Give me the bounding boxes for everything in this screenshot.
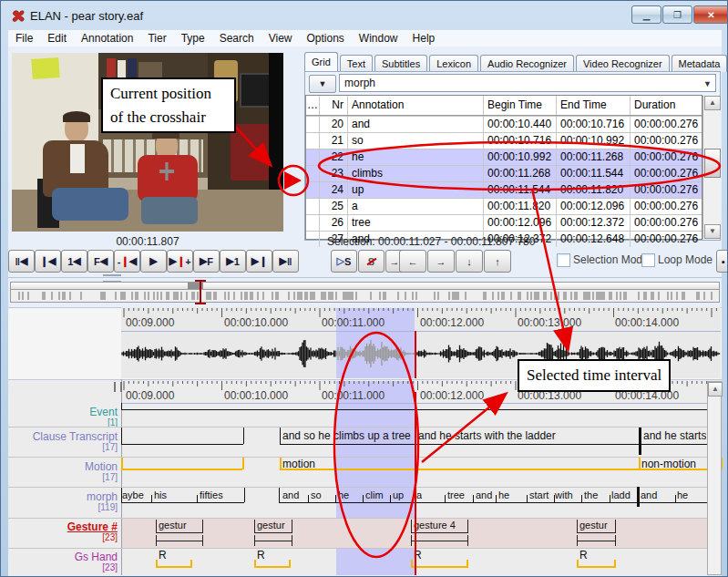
grid-header-2[interactable]: Annotation (347, 96, 483, 115)
tab-audio-recognizer[interactable]: Audio Recognizer (480, 55, 574, 72)
annotation-down-button[interactable]: ↓ (456, 250, 483, 273)
morph-annotation[interactable]: with (555, 489, 573, 500)
grid-cell: 00:00:00.276 (630, 149, 702, 165)
play-selection-button[interactable]: ▷S (331, 250, 357, 273)
morph-annotation[interactable]: he (677, 489, 688, 500)
menu-search[interactable]: Search (212, 31, 261, 46)
morph-annotation[interactable]: so (311, 489, 322, 500)
tier-label-morph[interactable]: morph (8, 490, 118, 503)
menu-options[interactable]: Options (300, 31, 352, 46)
scroll-up-icon[interactable]: ▲ (704, 96, 721, 110)
play-pause-button[interactable]: ▶ (140, 250, 167, 273)
morph-annotation[interactable]: start (529, 489, 549, 500)
tab-grid[interactable]: Grid (304, 52, 338, 72)
morph-annotation[interactable]: he (498, 489, 509, 500)
tier-label-gesture-[interactable]: Gesture # (8, 520, 118, 533)
annotation-tick (445, 495, 446, 502)
second-right-button[interactable]: ▶1 (220, 250, 246, 273)
pixel-left-button[interactable]: -❙◀ (114, 250, 140, 273)
second-left-button[interactable]: 1◀ (61, 250, 87, 273)
grid-header-4[interactable]: End Time (556, 96, 630, 115)
volume-button[interactable]: ▪ (716, 250, 728, 273)
frame-forward-button[interactable]: ▶F (193, 250, 220, 273)
scroll-down-icon[interactable]: ▼ (704, 224, 721, 239)
menu-file[interactable]: File (8, 31, 40, 46)
tier-label-clause-transcript[interactable]: Clause Transcript (8, 430, 118, 443)
motion-annotation[interactable]: non-motion (641, 458, 696, 470)
grid-header-5[interactable]: Duration (630, 96, 702, 115)
clear-selection-button[interactable]: S (358, 250, 385, 273)
frame-backward-button[interactable]: F◀ (87, 250, 114, 273)
morph-annotation[interactable]: up (393, 489, 404, 500)
menu-annotation[interactable]: Annotation (74, 31, 140, 46)
table-row[interactable]: 23climbs00:00:11.26800:00:11.54400:00:00… (306, 165, 702, 181)
morph-annotation[interactable]: tree (447, 489, 465, 500)
morph-annotation[interactable]: he (338, 489, 349, 500)
table-row[interactable]: 24up00:00:11.54400:00:11.82000:00:00.276 (306, 181, 702, 198)
go-to-previous-scrollview-button[interactable]: ❙◀ (35, 250, 61, 273)
grid-scrollbar-thumb[interactable] (704, 149, 721, 178)
maximize-button[interactable]: ❐ (662, 5, 692, 24)
morph-annotation[interactable]: aybe (122, 489, 144, 500)
morph-annotation[interactable]: his (154, 489, 167, 500)
tab-subtitles[interactable]: Subtitles (374, 55, 427, 72)
table-row[interactable]: 21so00:00:10.71600:00:10.99200:00:00.276 (306, 132, 702, 149)
go-to-next-scrollview-button[interactable]: ▶❙ (246, 250, 272, 273)
morph-annotation[interactable]: and (476, 489, 492, 500)
motion-annotation[interactable]: motion (282, 458, 315, 470)
go-to-end-button[interactable]: ▶‖ (272, 250, 299, 273)
gesture-bracket (254, 535, 292, 546)
grid-header-0[interactable]: … (306, 96, 319, 115)
tier-label-event[interactable]: Event (8, 406, 118, 418)
loop-mode-checkbox[interactable] (641, 253, 655, 267)
selection-mode-checkbox[interactable] (557, 253, 570, 267)
menu-type[interactable]: Type (174, 31, 212, 46)
tier-dropdown[interactable]: morph (339, 74, 716, 92)
gesture-annotation[interactable]: gestur (577, 520, 616, 533)
grid-header-3[interactable]: Begin Time (483, 96, 556, 115)
morph-annotation[interactable]: and (641, 489, 657, 500)
menu-window[interactable]: Window (352, 31, 405, 46)
title-bar[interactable]: ELAN - pear story.eaf ▁ ❐ ✕ (1, 1, 728, 30)
tab-lexicon[interactable]: Lexicon (429, 55, 478, 72)
clause-annotation[interactable]: and so he climbs up a tree (282, 429, 411, 442)
previous-annotation-button[interactable]: ← (399, 250, 426, 273)
menu-edit[interactable]: Edit (40, 31, 74, 46)
timeline-scrollbar[interactable]: ▲ (707, 381, 722, 575)
table-row[interactable]: 25a00:00:11.82000:00:12.09600:00:00.276 (306, 198, 702, 214)
tab-metadata[interactable]: Metadata (672, 55, 728, 72)
scroll-up-icon[interactable]: ▲ (708, 382, 723, 397)
tier-label-motion[interactable]: Motion (8, 460, 118, 473)
menu-view[interactable]: View (261, 31, 300, 46)
tab-video-recognizer[interactable]: Video Recognizer (576, 55, 670, 72)
tab-text[interactable]: Text (340, 55, 373, 72)
grid-scrollbar[interactable]: ▲ ▼ (702, 96, 721, 239)
menu-tier[interactable]: Tier (140, 31, 173, 46)
grid-header-1[interactable]: Nr (319, 96, 347, 115)
table-row[interactable]: 20and00:00:10.44000:00:10.71600:00:00.27… (306, 116, 702, 132)
tier-label-gs-hand[interactable]: Gs Hand (8, 551, 118, 563)
tier-resize-handle[interactable] (114, 382, 122, 392)
gesture-annotation[interactable]: gesture 4 (411, 520, 468, 533)
media-overview-bar[interactable] (10, 282, 720, 290)
table-row[interactable]: 22he00:00:10.99200:00:11.26800:00:00.276 (306, 149, 702, 165)
menu-help[interactable]: Help (405, 31, 443, 46)
close-button[interactable]: ✕ (693, 5, 728, 24)
gesture-annotation[interactable]: gestur (156, 520, 203, 533)
morph-annotation[interactable]: clim (365, 489, 384, 500)
clause-annotation[interactable]: and he starts (643, 429, 706, 442)
morph-annotation[interactable]: a (416, 489, 422, 500)
morph-annotation[interactable]: ladd (611, 489, 631, 500)
next-annotation-button[interactable]: → (427, 250, 455, 273)
table-row[interactable]: 26tree00:00:12.09600:00:12.37200:00:00.2… (306, 214, 702, 231)
gesture-annotation[interactable]: gestur (254, 520, 292, 533)
minimize-button[interactable]: ▁ (631, 5, 661, 24)
pixel-right-button[interactable]: ▶❙+ (167, 250, 193, 273)
annotation-up-button[interactable]: ↑ (484, 250, 511, 273)
morph-annotation[interactable]: and (282, 489, 299, 500)
tier-selector-button[interactable]: ▼ (309, 75, 336, 93)
morph-annotation[interactable]: fifties (200, 489, 223, 500)
clause-annotation[interactable]: and he starts with the ladder (418, 429, 556, 442)
go-to-begin-button[interactable]: ‖◀ (8, 250, 35, 273)
morph-annotation[interactable]: the (584, 489, 598, 500)
